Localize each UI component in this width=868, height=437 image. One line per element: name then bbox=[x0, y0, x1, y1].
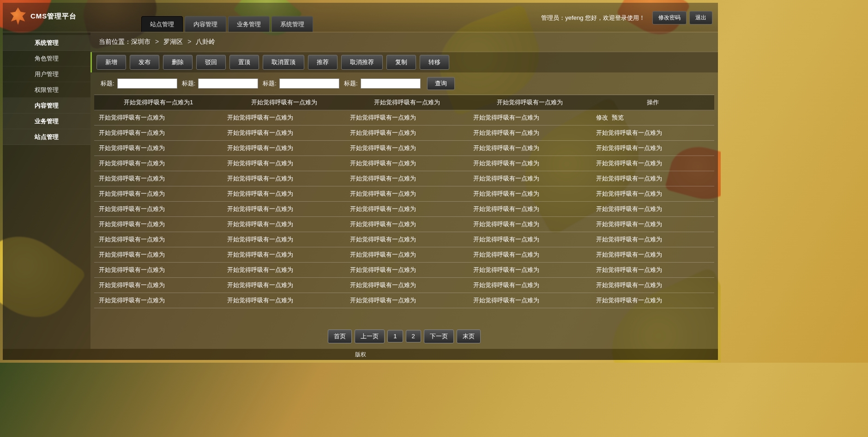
tool-btn-5[interactable]: 取消置顶 bbox=[263, 55, 304, 70]
table-row: 开始觉得呼吸有一点难为开始觉得呼吸有一点难为开始觉得呼吸有一点难为开始觉得呼吸有… bbox=[94, 171, 714, 186]
filter-label-0: 标题: bbox=[101, 79, 115, 88]
filter-input-0[interactable] bbox=[117, 78, 177, 89]
top-tabs: 站点管理内容管理业务管理系统管理 bbox=[141, 16, 315, 32]
table-cell: 开始觉得呼吸有一点难为 bbox=[591, 141, 714, 156]
sidebar-item-1[interactable]: 角色管理 bbox=[3, 51, 90, 66]
table-cell: 开始觉得呼吸有一点难为 bbox=[94, 171, 223, 186]
table-row: 开始觉得呼吸有一点难为开始觉得呼吸有一点难为开始觉得呼吸有一点难为开始觉得呼吸有… bbox=[94, 126, 714, 141]
top-tab-2[interactable]: 业务管理 bbox=[228, 16, 270, 32]
table-cell: 开始觉得呼吸有一点难为 bbox=[223, 202, 345, 217]
tool-btn-8[interactable]: 复制 bbox=[386, 55, 416, 70]
filter-label-2: 标题: bbox=[263, 79, 277, 88]
table-cell: 开始觉得呼吸有一点难为 bbox=[469, 110, 591, 126]
filter-input-2[interactable] bbox=[279, 78, 339, 89]
col-header-2: 开始觉得呼吸有一点难为 bbox=[345, 95, 468, 110]
table-cell: 开始觉得呼吸有一点难为 bbox=[345, 278, 468, 293]
breadcrumb: 当前位置：深圳市>罗湖区>八卦岭 bbox=[90, 32, 718, 52]
sidebar-item-5[interactable]: 业务管理 bbox=[3, 114, 90, 129]
filter-bar: 标题:标题:标题:标题:查询 bbox=[90, 72, 718, 95]
pager: 首页上一页12下一页末页 bbox=[90, 321, 718, 349]
table-row: 开始觉得呼吸有一点难为开始觉得呼吸有一点难为开始觉得呼吸有一点难为开始觉得呼吸有… bbox=[94, 247, 714, 263]
sidebar-item-3[interactable]: 权限管理 bbox=[3, 82, 90, 98]
col-header-3: 开始觉得呼吸有一点难为 bbox=[469, 95, 591, 110]
sidebar-item-0[interactable]: 系统管理 bbox=[3, 35, 90, 51]
pager-prev[interactable]: 上一页 bbox=[355, 329, 385, 343]
table-wrap: 开始觉得呼吸有一点难为1开始觉得呼吸有一点难为开始觉得呼吸有一点难为开始觉得呼吸… bbox=[90, 95, 718, 321]
table-cell: 开始觉得呼吸有一点难为 bbox=[591, 202, 714, 217]
query-button[interactable]: 查询 bbox=[427, 77, 455, 90]
table-cell: 开始觉得呼吸有一点难为 bbox=[469, 141, 591, 156]
row-preview-link[interactable]: 预览 bbox=[612, 114, 624, 121]
table-cell: 开始觉得呼吸有一点难为 bbox=[469, 171, 591, 186]
table-cell: 开始觉得呼吸有一点难为 bbox=[223, 186, 345, 202]
col-header-0: 开始觉得呼吸有一点难为1 bbox=[94, 95, 223, 110]
table-cell: 开始觉得呼吸有一点难为 bbox=[94, 141, 223, 156]
table-cell: 开始觉得呼吸有一点难为 bbox=[469, 202, 591, 217]
table-cell: 开始觉得呼吸有一点难为 bbox=[345, 126, 468, 141]
pager-page-0[interactable]: 1 bbox=[387, 330, 403, 342]
table-cell: 开始觉得呼吸有一点难为 bbox=[469, 293, 591, 308]
table-cell: 开始觉得呼吸有一点难为 bbox=[345, 247, 468, 263]
main-panel: 当前位置：深圳市>罗湖区>八卦岭 新增发布删除驳回置顶取消置顶推荐取消推荐复制转… bbox=[90, 32, 718, 349]
sidebar-item-6[interactable]: 站点管理 bbox=[3, 129, 90, 145]
table-cell: 开始觉得呼吸有一点难为 bbox=[94, 217, 223, 232]
change-password-button[interactable]: 修改密码 bbox=[652, 11, 687, 24]
tool-btn-9[interactable]: 转移 bbox=[420, 55, 449, 70]
table-row: 开始觉得呼吸有一点难为开始觉得呼吸有一点难为开始觉得呼吸有一点难为开始觉得呼吸有… bbox=[94, 263, 714, 278]
table-cell: 开始觉得呼吸有一点难为 bbox=[223, 171, 345, 186]
filter-label-1: 标题: bbox=[182, 79, 196, 88]
table-cell: 修改预览 bbox=[591, 110, 714, 126]
breadcrumb-sep: > bbox=[187, 38, 191, 45]
table-cell: 开始觉得呼吸有一点难为 bbox=[94, 126, 223, 141]
tool-btn-1[interactable]: 发布 bbox=[130, 55, 159, 70]
table-cell: 开始觉得呼吸有一点难为 bbox=[469, 263, 591, 278]
sidebar-item-2[interactable]: 用户管理 bbox=[3, 66, 90, 82]
table-cell: 开始觉得呼吸有一点难为 bbox=[345, 202, 468, 217]
table-cell: 开始觉得呼吸有一点难为 bbox=[591, 278, 714, 293]
table-cell: 开始觉得呼吸有一点难为 bbox=[345, 156, 468, 171]
table-cell: 开始觉得呼吸有一点难为 bbox=[223, 263, 345, 278]
header: CMS管理平台 站点管理内容管理业务管理系统管理 管理员：yefeng 您好，欢… bbox=[3, 3, 718, 32]
tool-btn-0[interactable]: 新增 bbox=[96, 55, 126, 70]
table-cell: 开始觉得呼吸有一点难为 bbox=[591, 186, 714, 202]
breadcrumb-part-1[interactable]: 罗湖区 bbox=[163, 38, 183, 45]
table-cell: 开始觉得呼吸有一点难为 bbox=[223, 110, 345, 126]
top-tab-0[interactable]: 站点管理 bbox=[141, 16, 183, 32]
table-row: 开始觉得呼吸有一点难为开始觉得呼吸有一点难为开始觉得呼吸有一点难为开始觉得呼吸有… bbox=[94, 232, 714, 247]
row-edit-link[interactable]: 修改 bbox=[596, 114, 608, 121]
pager-last[interactable]: 末页 bbox=[457, 329, 481, 343]
userbar: 管理员：yefeng 您好，欢迎登录使用！ 修改密码 退出 bbox=[541, 11, 712, 24]
table-cell: 开始觉得呼吸有一点难为 bbox=[345, 232, 468, 247]
top-tab-3[interactable]: 系统管理 bbox=[271, 16, 313, 32]
tool-btn-6[interactable]: 推荐 bbox=[308, 55, 338, 70]
tool-btn-2[interactable]: 删除 bbox=[163, 55, 193, 70]
table-cell: 开始觉得呼吸有一点难为 bbox=[345, 110, 468, 126]
tool-btn-3[interactable]: 驳回 bbox=[196, 55, 226, 70]
tool-btn-7[interactable]: 取消推荐 bbox=[341, 55, 383, 70]
table-row: 开始觉得呼吸有一点难为开始觉得呼吸有一点难为开始觉得呼吸有一点难为开始觉得呼吸有… bbox=[94, 186, 714, 202]
filter-input-3[interactable] bbox=[361, 78, 421, 89]
data-table: 开始觉得呼吸有一点难为1开始觉得呼吸有一点难为开始觉得呼吸有一点难为开始觉得呼吸… bbox=[94, 95, 714, 308]
table-cell: 开始觉得呼吸有一点难为 bbox=[591, 217, 714, 232]
table-cell: 开始觉得呼吸有一点难为 bbox=[94, 232, 223, 247]
filter-input-1[interactable] bbox=[198, 78, 258, 89]
pager-first[interactable]: 首页 bbox=[328, 329, 352, 343]
pager-next[interactable]: 下一页 bbox=[424, 329, 454, 343]
breadcrumb-part-2[interactable]: 八卦岭 bbox=[196, 38, 215, 45]
table-row: 开始觉得呼吸有一点难为开始觉得呼吸有一点难为开始觉得呼吸有一点难为开始觉得呼吸有… bbox=[94, 202, 714, 217]
table-cell: 开始觉得呼吸有一点难为 bbox=[94, 202, 223, 217]
top-tab-1[interactable]: 内容管理 bbox=[185, 16, 226, 32]
col-header-4: 操作 bbox=[591, 95, 714, 110]
breadcrumb-part-0[interactable]: 深圳市 bbox=[131, 38, 151, 45]
breadcrumb-label: 当前位置： bbox=[99, 38, 131, 45]
table-cell: 开始觉得呼吸有一点难为 bbox=[469, 247, 591, 263]
logout-button[interactable]: 退出 bbox=[689, 11, 712, 24]
table-cell: 开始觉得呼吸有一点难为 bbox=[94, 247, 223, 263]
pager-page-1[interactable]: 2 bbox=[406, 330, 421, 342]
table-row: 开始觉得呼吸有一点难为开始觉得呼吸有一点难为开始觉得呼吸有一点难为开始觉得呼吸有… bbox=[94, 110, 714, 126]
sidebar-item-4[interactable]: 内容管理 bbox=[3, 98, 90, 114]
table-cell: 开始觉得呼吸有一点难为 bbox=[469, 186, 591, 202]
tool-btn-4[interactable]: 置顶 bbox=[229, 55, 259, 70]
table-cell: 开始觉得呼吸有一点难为 bbox=[345, 141, 468, 156]
user-greeting: 管理员：yefeng 您好，欢迎登录使用！ bbox=[541, 14, 645, 22]
